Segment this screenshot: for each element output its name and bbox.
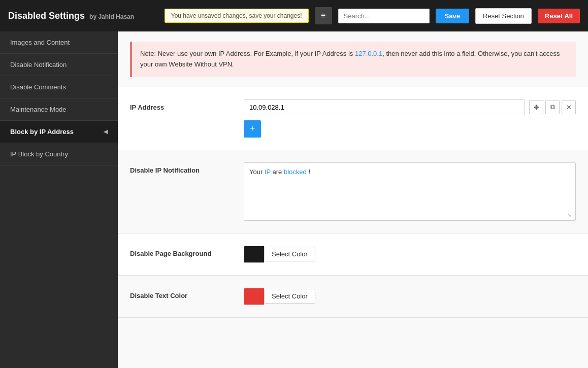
text-select-color-button[interactable]: Select Color xyxy=(264,289,315,304)
copy-icon: ⧉ xyxy=(550,103,555,111)
move-icon: ✥ xyxy=(534,104,539,111)
notice-text1: Note: Never use your own IP Address. For… xyxy=(140,50,355,57)
app-title: Disabled Settings by Jahid Hasan xyxy=(8,11,134,21)
menu-icon: ≡ xyxy=(321,11,325,20)
sidebar-item-disable-comments[interactable]: Disable Comments xyxy=(0,76,118,98)
reset-all-button[interactable]: Reset All xyxy=(538,9,580,23)
sidebar-item-label: Images and Content xyxy=(10,39,70,46)
author-label: by Jahid Hasan xyxy=(89,13,134,20)
disable-ip-notification-label: Disable IP Notification xyxy=(130,162,232,174)
add-icon: + xyxy=(250,123,255,134)
resize-handle-icon: ⤡ xyxy=(567,212,574,219)
notification-textarea-wrapper: Your IP are blocked ! ⤡ xyxy=(244,162,576,221)
main-content: Note: Never use your own IP Address. For… xyxy=(118,31,588,368)
ip-input-group: ✥ ⧉ ✕ xyxy=(244,99,576,115)
notification-text: Your IP are blocked ! xyxy=(249,167,570,178)
disable-ip-notification-content: Your IP are blocked ! ⤡ xyxy=(244,162,576,221)
text-color-picker: Select Color xyxy=(244,288,576,305)
sidebar: Images and Content Disable Notification … xyxy=(0,31,118,368)
ip-move-button[interactable]: ✥ xyxy=(529,100,543,114)
bg-select-color-button[interactable]: Select Color xyxy=(264,247,315,261)
notif-exclaim: ! xyxy=(307,168,310,176)
sidebar-item-maintenance-mode[interactable]: Maintenance Mode xyxy=(0,98,118,121)
disable-ip-notification-row: Disable IP Notification Your IP are bloc… xyxy=(118,150,588,233)
notif-your: Your xyxy=(249,168,265,176)
sidebar-item-label: Disable Comments xyxy=(10,83,66,91)
bg-color-swatch xyxy=(244,246,264,263)
bg-color-picker: Select Color xyxy=(244,246,576,263)
ip-address-row: IP Address ✥ ⧉ ✕ xyxy=(118,87,588,150)
disable-page-bg-content: Select Color xyxy=(244,246,576,263)
ip-copy-button[interactable]: ⧉ xyxy=(545,100,560,114)
sidebar-item-label: Block by IP Address xyxy=(10,128,74,136)
sidebar-item-label: IP Block by Country xyxy=(10,150,68,158)
title-text: Disabled Settings xyxy=(8,11,85,21)
menu-icon-button[interactable]: ≡ xyxy=(315,7,332,24)
ip-remove-button[interactable]: ✕ xyxy=(562,100,576,114)
remove-icon: ✕ xyxy=(566,104,572,111)
search-input[interactable] xyxy=(338,9,430,23)
disable-text-color-row: Disable Text Color Select Color xyxy=(118,276,588,318)
ip-controls: ✥ ⧉ ✕ xyxy=(529,100,576,114)
notice-ip-example: 127.0.0.1 xyxy=(355,50,382,57)
notif-blocked: blocked xyxy=(284,168,307,176)
sidebar-item-images-content[interactable]: Images and Content xyxy=(0,31,118,54)
disable-page-bg-label: Disable Page Background xyxy=(130,246,232,257)
ip-address-input[interactable] xyxy=(244,99,525,115)
sidebar-item-block-by-ip[interactable]: Block by IP Address ◀ xyxy=(0,121,118,143)
sidebar-item-label: Disable Notification xyxy=(10,61,67,69)
header: Disabled Settings by Jahid Hasan You hav… xyxy=(0,0,588,31)
save-button[interactable]: Save xyxy=(436,9,469,23)
disable-page-bg-row: Disable Page Background Select Color xyxy=(118,233,588,276)
notif-ip: IP xyxy=(265,168,271,176)
layout: Images and Content Disable Notification … xyxy=(0,31,588,368)
notice-box: Note: Never use your own IP Address. For… xyxy=(130,42,576,77)
sidebar-item-label: Maintenance Mode xyxy=(10,106,67,113)
sidebar-arrow-icon: ◀ xyxy=(104,128,108,135)
ip-add-button[interactable]: + xyxy=(244,120,261,138)
disable-text-color-content: Select Color xyxy=(244,288,576,305)
sidebar-item-disable-notification[interactable]: Disable Notification xyxy=(0,54,118,76)
unsaved-notice: You have unsaved changes, save your chan… xyxy=(165,9,309,23)
ip-address-label: IP Address xyxy=(130,99,232,111)
reset-section-button[interactable]: Reset Section xyxy=(475,8,532,24)
ip-address-content: ✥ ⧉ ✕ + xyxy=(244,99,576,138)
disable-text-color-label: Disable Text Color xyxy=(130,288,232,299)
notif-are: are xyxy=(271,168,284,176)
sidebar-item-ip-block-country[interactable]: IP Block by Country xyxy=(0,143,118,165)
text-color-swatch xyxy=(244,288,264,305)
